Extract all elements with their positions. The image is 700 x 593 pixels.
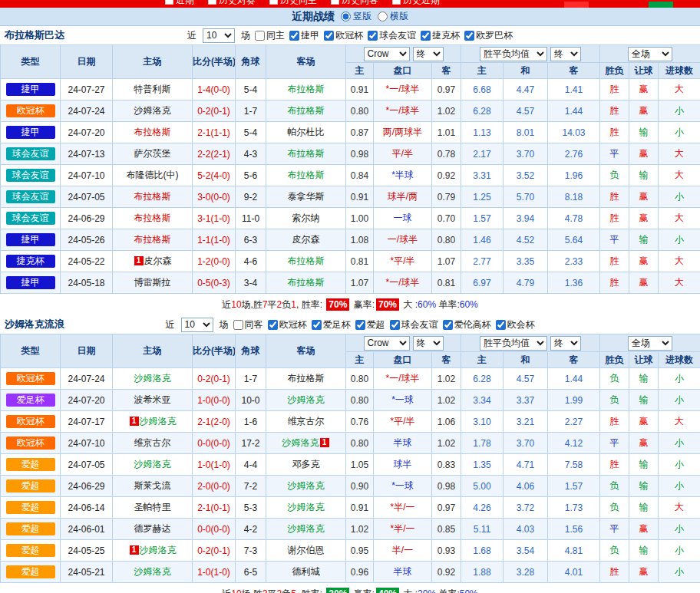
away-team-cell: 谢尔伯恩 — [266, 540, 346, 562]
timing-select[interactable]: 终 — [550, 47, 581, 61]
score-cell: 2-0(0-0) — [193, 476, 236, 497]
league-filter[interactable]: 球会友谊 — [390, 318, 438, 331]
handicap-cell: *一/球半 — [374, 272, 432, 294]
league-checkbox[interactable] — [268, 320, 278, 330]
avg-type-select[interactable]: 胜平负均值 — [480, 47, 547, 61]
home-team-cell: 特普利斯 — [113, 79, 193, 100]
league-filter[interactable]: 欧冠杯 — [268, 318, 307, 331]
league-filter[interactable]: 球会友谊 — [368, 29, 416, 42]
league-checkbox[interactable] — [464, 31, 474, 41]
stat-text: 场,胜 — [242, 298, 262, 311]
league-checkbox[interactable] — [324, 31, 334, 41]
layout-horizontal-option[interactable]: 横版 — [378, 10, 408, 23]
column-header: 客场 — [266, 45, 346, 79]
scope-select[interactable]: 全场 — [628, 47, 672, 61]
column-header: 类型 — [1, 45, 61, 79]
league-filter[interactable]: 爱足杯 — [312, 318, 351, 331]
match-count-select[interactable]: 10 — [181, 318, 213, 332]
result-cell-text: 平 — [610, 148, 619, 159]
competition-badge: 球会友谊 — [6, 212, 55, 225]
filter-suffix-label: 场 — [241, 29, 250, 42]
league-checkbox[interactable] — [289, 31, 299, 41]
topbar-filter-item[interactable]: 历史对赛 — [208, 0, 256, 7]
checkbox-icon[interactable] — [165, 0, 173, 5]
vertical-radio[interactable] — [341, 12, 351, 21]
scope-select[interactable]: 全场 — [628, 336, 672, 351]
match-row: 爱超24-06-01德罗赫达0-0(0-0)4-2沙姆洛克1.02*半/一0.8… — [1, 519, 700, 540]
checkbox-icon[interactable] — [269, 0, 278, 5]
topbar-filter-item[interactable]: 历史同主 — [269, 0, 317, 7]
league-filter[interactable]: 爱伦高杯 — [443, 318, 491, 331]
avg-home-cell: 5.11 — [461, 519, 504, 540]
avg-away-cell: 1.36 — [548, 272, 600, 294]
league-checkbox[interactable] — [355, 320, 365, 330]
horizontal-radio[interactable] — [378, 12, 388, 21]
odds-home-cell: 0.87 — [346, 122, 374, 143]
checkbox-icon[interactable] — [392, 0, 401, 5]
league-filter[interactable]: 爱超 — [355, 318, 385, 331]
odds-away-cell: 1.02 — [432, 368, 461, 390]
handicap-result-cell: 输 — [629, 368, 659, 390]
handicap-result-cell-text: 输 — [639, 394, 649, 405]
avg-type-select[interactable]: 胜平负均值 — [480, 336, 547, 351]
timing-select[interactable]: 终 — [413, 336, 444, 351]
match-row: 爱超24-05-251沙姆洛克0-2(0-1)7-3谢尔伯恩0.95半/一0.9… — [1, 540, 700, 562]
league-label: 欧冠杯 — [335, 29, 363, 42]
type-cell: 球会友谊 — [1, 143, 61, 165]
stat-text: 1 — [291, 299, 296, 310]
avg-home-cell: 2.77 — [461, 251, 504, 272]
avg-odds-group-header: 胜平负均值终 — [461, 45, 600, 63]
avg-home-cell: 3.31 — [461, 165, 504, 186]
home-team-name: 皮尔森 — [144, 255, 172, 266]
score-text: 2-1(0-1) — [197, 502, 230, 513]
stat-text: 大 : — [401, 588, 418, 593]
bookmaker-select[interactable]: Crow — [364, 47, 410, 61]
type-cell: 欧冠杯 — [1, 411, 61, 433]
away-team-cell: 维京古尔 — [266, 411, 346, 433]
match-count-select[interactable]: 10 — [203, 28, 235, 43]
layout-vertical-option[interactable]: 竖版 — [341, 10, 371, 23]
topbar-filter-item[interactable]: 历史同客 — [331, 0, 378, 7]
result-cell-text: 胜 — [610, 127, 619, 137]
timing-select[interactable]: 终 — [413, 47, 444, 61]
timing-select[interactable]: 终 — [550, 336, 581, 351]
score-cell: 1-4(0-0) — [193, 79, 236, 100]
league-filter[interactable]: 欧会杯 — [496, 318, 535, 331]
competition-badge: 欧冠杯 — [6, 104, 55, 117]
league-filter[interactable]: 捷甲 — [289, 29, 319, 42]
stat-text: 50% — [460, 588, 478, 593]
team-header-bar: 布拉格斯巴达近10场同主捷甲欧冠杯球会友谊捷克杯欧罗巴杯 — [0, 26, 700, 44]
checkbox-icon[interactable] — [331, 0, 339, 5]
bookmaker-select[interactable]: Crow — [364, 336, 410, 351]
league-checkbox[interactable] — [421, 31, 431, 41]
corner-cell: 4-6 — [236, 251, 266, 272]
same-venue-checkbox[interactable] — [233, 320, 243, 330]
league-checkbox[interactable] — [390, 320, 400, 330]
home-team-name: 沙姆洛克 — [134, 459, 171, 469]
same-venue-filter[interactable]: 同客 — [233, 318, 263, 331]
odds-home-cell: 1.00 — [346, 208, 374, 229]
home-team-cell: 布拉格斯 — [113, 186, 193, 208]
league-checkbox[interactable] — [496, 320, 506, 330]
topbar-filter-item[interactable]: 历史近期 — [392, 0, 440, 7]
league-filter[interactable]: 欧罗巴杯 — [464, 29, 513, 42]
league-checkbox[interactable] — [312, 320, 322, 330]
match-row: 球会友谊24-07-10布隆德比(中)5-2(4-0)5-6布拉格斯0.84*半… — [1, 165, 700, 186]
avg-away-cell: 2.76 — [548, 143, 600, 165]
avg-home-cell: 1.57 — [461, 208, 504, 229]
checkbox-icon[interactable] — [208, 0, 216, 5]
same-venue-checkbox[interactable] — [255, 31, 265, 41]
away-team-cell: 沙姆洛克 — [266, 497, 346, 519]
league-checkbox[interactable] — [368, 31, 378, 41]
result-cell: 负 — [600, 165, 629, 186]
result-cell-text: 胜 — [610, 191, 619, 202]
league-filter[interactable]: 欧冠杯 — [324, 29, 363, 42]
league-checkbox[interactable] — [443, 320, 453, 330]
column-header: 主场 — [113, 334, 193, 368]
sub-column-header: 盘口 — [374, 63, 432, 79]
topbar-filter-item[interactable]: 近期 — [165, 0, 194, 7]
same-venue-filter[interactable]: 同主 — [255, 29, 285, 42]
avg-home-cell: 1.35 — [461, 454, 504, 476]
league-filter[interactable]: 捷克杯 — [421, 29, 460, 42]
date-cell: 24-07-27 — [61, 79, 113, 100]
